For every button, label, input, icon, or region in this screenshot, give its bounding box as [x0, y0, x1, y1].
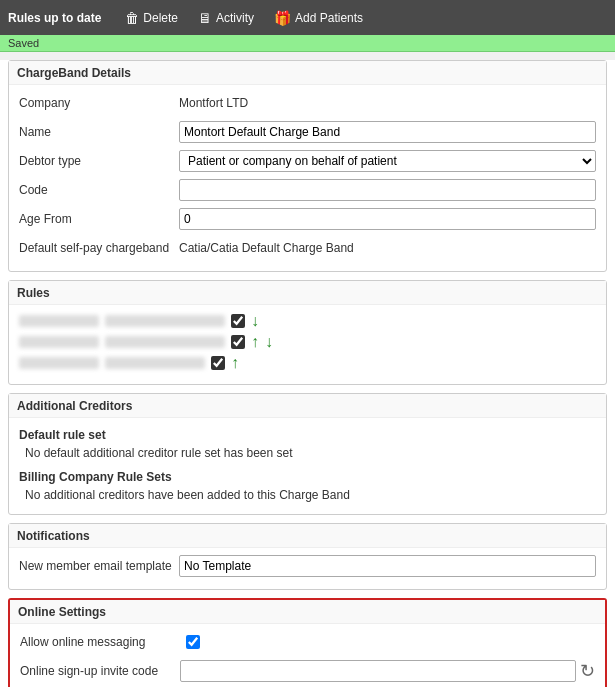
rules-title: Rules	[9, 281, 606, 305]
delete-button[interactable]: 🗑 Delete	[117, 6, 186, 30]
default-self-pay-value: Catia/Catia Default Charge Band	[179, 241, 354, 255]
debtor-type-row: Debtor type Patient or company on behalf…	[19, 149, 596, 173]
rule-blurred-1a	[19, 315, 99, 327]
default-rule-set-text: No default additional creditor rule set …	[9, 444, 606, 466]
toolbar-title: Rules up to date	[8, 11, 101, 25]
billing-rule-sets-text: No additional creditors have been added …	[9, 486, 606, 508]
code-input[interactable]	[179, 179, 596, 201]
email-template-row: New member email template	[19, 554, 596, 578]
online-settings-body: Allow online messaging Online sign-up in…	[10, 624, 605, 687]
age-from-label: Age From	[19, 212, 179, 226]
online-settings-title: Online Settings	[10, 600, 605, 624]
rule-blurred-2b	[105, 336, 225, 348]
rule-row-1: ↓	[19, 313, 596, 329]
invite-code-input[interactable]	[180, 660, 576, 682]
rule-checkbox-2[interactable]	[231, 335, 245, 349]
company-label: Company	[19, 96, 179, 110]
invite-code-row: Online sign-up invite code ↻	[20, 659, 595, 683]
additional-creditors-section: Additional Creditors Default rule set No…	[8, 393, 607, 515]
online-settings-section: Online Settings Allow online messaging O…	[8, 598, 607, 687]
notifications-title: Notifications	[9, 524, 606, 548]
chargeband-section: ChargeBand Details Company Montfort LTD …	[8, 60, 607, 272]
rule-blurred-1b	[105, 315, 225, 327]
rule-blurred-3a	[19, 357, 99, 369]
rule-arrow-down-2[interactable]: ↓	[265, 334, 273, 350]
name-input[interactable]	[179, 121, 596, 143]
debtor-type-select[interactable]: Patient or company on behalf of patient	[179, 150, 596, 172]
age-from-row: Age From	[19, 207, 596, 231]
rule-checkbox-3[interactable]	[211, 356, 225, 370]
saved-bar: Saved	[0, 35, 615, 52]
rule-blurred-2a	[19, 336, 99, 348]
allow-messaging-row: Allow online messaging	[20, 630, 595, 654]
rules-body: ↓ ↑ ↓ ↑	[9, 305, 606, 384]
chargeband-title: ChargeBand Details	[9, 61, 606, 85]
rule-row-3: ↑	[19, 355, 596, 371]
code-row: Code	[19, 178, 596, 202]
chargeband-body: Company Montfort LTD Name Debtor type Pa…	[9, 85, 606, 271]
add-patients-button[interactable]: 🎁 Add Patients	[266, 6, 371, 30]
activity-button[interactable]: 🖥 Activity	[190, 6, 262, 30]
name-label: Name	[19, 125, 179, 139]
invite-code-label: Online sign-up invite code	[20, 664, 180, 678]
email-template-label: New member email template	[19, 559, 179, 573]
rule-checkbox-1[interactable]	[231, 314, 245, 328]
company-row: Company Montfort LTD	[19, 91, 596, 115]
additional-creditors-title: Additional Creditors	[9, 394, 606, 418]
default-self-pay-label: Default self-pay chargeband	[19, 241, 179, 255]
allow-messaging-checkbox[interactable]	[186, 635, 200, 649]
email-template-input[interactable]	[179, 555, 596, 577]
notifications-body: New member email template	[9, 548, 606, 589]
add-patients-icon: 🎁	[274, 10, 291, 26]
rules-section: Rules ↓ ↑ ↓ ↑	[8, 280, 607, 385]
rule-row-2: ↑ ↓	[19, 334, 596, 350]
rule-arrow-up-2[interactable]: ↑	[251, 334, 259, 350]
default-self-pay-row: Default self-pay chargeband Catia/Catia …	[19, 236, 596, 260]
rule-arrow-up-3[interactable]: ↑	[231, 355, 239, 371]
allow-messaging-label: Allow online messaging	[20, 635, 180, 649]
main-content: ChargeBand Details Company Montfort LTD …	[0, 60, 615, 687]
refresh-icon[interactable]: ↻	[580, 660, 595, 682]
billing-rule-sets-title: Billing Company Rule Sets	[9, 466, 606, 486]
toolbar: Rules up to date 🗑 Delete 🖥 Activity 🎁 A…	[0, 0, 615, 35]
code-label: Code	[19, 183, 179, 197]
additional-creditors-body: Default rule set No default additional c…	[9, 418, 606, 514]
delete-icon: 🗑	[125, 10, 139, 26]
rule-arrow-down-1[interactable]: ↓	[251, 313, 259, 329]
company-value: Montfort LTD	[179, 96, 248, 110]
rule-blurred-3b	[105, 357, 205, 369]
debtor-type-label: Debtor type	[19, 154, 179, 168]
activity-icon: 🖥	[198, 10, 212, 26]
default-rule-set-title: Default rule set	[9, 424, 606, 444]
name-row: Name	[19, 120, 596, 144]
age-from-input[interactable]	[179, 208, 596, 230]
notifications-section: Notifications New member email template	[8, 523, 607, 590]
